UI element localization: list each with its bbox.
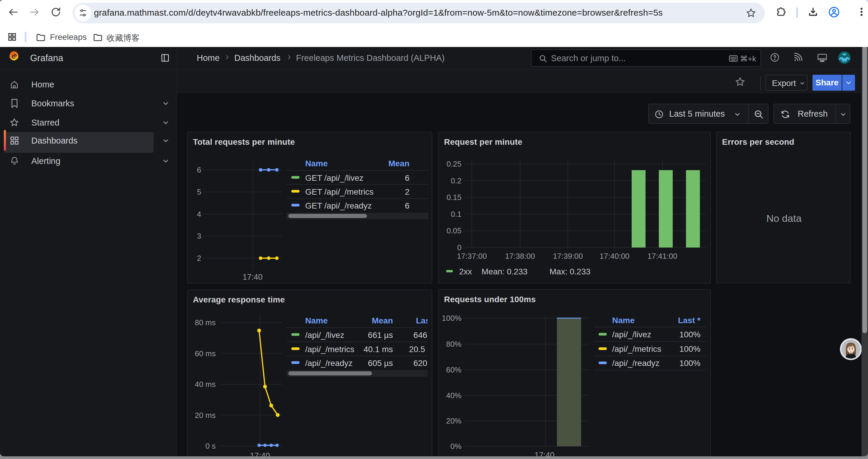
svg-text:3: 3: [197, 232, 201, 240]
svg-text:17:41:00: 17:41:00: [647, 252, 677, 261]
svg-text:0.1: 0.1: [451, 210, 462, 219]
svg-text:80%: 80%: [446, 340, 462, 349]
svg-text:0.15: 0.15: [446, 193, 462, 202]
svg-text:20 ms: 20 ms: [195, 411, 216, 420]
svg-text:2: 2: [197, 254, 201, 263]
svg-text:80 ms: 80 ms: [195, 318, 216, 327]
svg-text:4: 4: [197, 210, 201, 219]
svg-text:2xx: 2xx: [459, 267, 472, 276]
svg-text:17:37:00: 17:37:00: [457, 252, 487, 261]
svg-text:0.2: 0.2: [451, 176, 462, 185]
svg-text:5: 5: [197, 188, 201, 196]
svg-text:Max: 0.233: Max: 0.233: [550, 267, 591, 276]
svg-text:60%: 60%: [446, 365, 462, 374]
svg-text:40 ms: 40 ms: [195, 380, 216, 389]
svg-text:17:39:00: 17:39:00: [553, 252, 583, 261]
svg-text:17:40: 17:40: [534, 451, 555, 456]
svg-text:60 ms: 60 ms: [195, 349, 216, 358]
svg-text:0.05: 0.05: [446, 226, 462, 235]
svg-text:Mean: 0.233: Mean: 0.233: [482, 267, 528, 276]
svg-text:0 s: 0 s: [205, 441, 216, 451]
svg-text:100%: 100%: [442, 314, 462, 323]
svg-text:6: 6: [197, 165, 201, 174]
svg-text:17:40:00: 17:40:00: [599, 252, 629, 261]
svg-text:0: 0: [457, 243, 462, 252]
svg-text:0.25: 0.25: [446, 160, 462, 168]
svg-text:17:38:00: 17:38:00: [505, 252, 535, 261]
svg-text:17:40: 17:40: [243, 273, 262, 282]
svg-text:20%: 20%: [446, 417, 462, 425]
svg-text:0%: 0%: [450, 442, 462, 451]
svg-text:17:40: 17:40: [250, 451, 270, 456]
svg-text:40%: 40%: [446, 391, 462, 400]
